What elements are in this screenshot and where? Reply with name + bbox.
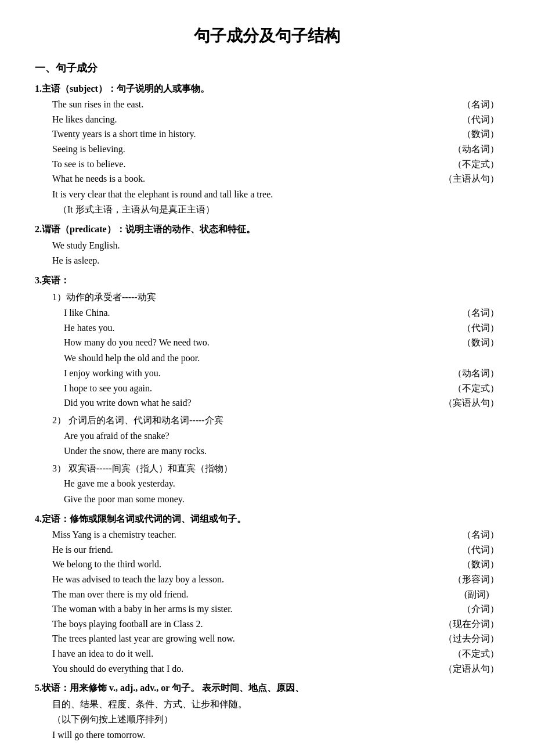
example-text: The sun rises in the east. [52,97,450,112]
example-line: The man over there is my old friend. (副词… [52,587,499,602]
example-note: （宾语从句） [432,395,499,411]
subitem1-heading: 1）动作的承受者-----动宾 [52,290,499,305]
example-note: （形容词） [441,572,499,587]
item2-heading: 2.谓语（predicate）：说明主语的动作、状态和特征。 [35,222,499,237]
section-one: 一、句子成分 1.主语（subject）：句子说明的人或事物。 The sun … [35,60,499,743]
example-text: He is our friend. [52,542,450,557]
example-text: He likes dancing. [52,112,450,127]
example-line: The sun rises in the east. （名词） [52,97,499,112]
item5-label2: 目的、结果、程度、条件、方式、让步和伴随。 [52,697,499,712]
subitem2-heading: 2） 介词后的名词、代词和动名词-----介宾 [52,413,499,428]
subitem3-examples: He gave me a book yesterday. Give the po… [64,476,499,506]
item5-label3: （以下例句按上述顺序排列） [52,712,499,727]
example-line: The woman with a baby in her arms is my … [52,602,499,617]
example-line: I have an idea to do it well. （不定式） [52,646,499,661]
example-text: He was advised to teach the lazy boy a l… [52,572,441,587]
example-text: The man over there is my old friend. [52,587,453,602]
example-long: It is very clear that the elephant is ro… [52,187,499,202]
item5-examples: I will go there tomorrow. [52,728,499,743]
example-text: I hope to see you again. [64,381,441,396]
example-text: I enjoy working with you. [64,366,441,381]
example-line: How many do you need? We need two. （数词） [64,335,499,350]
example-note: （现在分词） [432,617,499,632]
example-note: （过去分词） [432,631,499,646]
example-note: （数词） [450,335,499,350]
example-note: （主语从句） [432,171,499,186]
example-note: （名词） [450,305,499,321]
item3-heading: 3.宾语： [35,273,499,288]
example-text: Twenty years is a short time in history. [52,127,450,142]
example-line: He hates you. （代词） [64,321,499,336]
example-note: （数词） [450,557,499,572]
example-line: The trees planted last year are growing … [52,631,499,646]
example-text: Did you write down what he said? [64,395,432,411]
example-line: I enjoy working with you. （动名词） [64,366,499,381]
example-text: Give the poor man some money. [64,492,499,507]
example-text: The boys playing football are in Class 2… [52,617,432,632]
page-title: 句子成分及句子结构 [35,23,499,49]
example-note: （不定式） [441,381,499,396]
example-line: We belong to the third world. （数词） [52,557,499,572]
example-text: We study English. [52,238,499,253]
example-line: The boys playing football are in Class 2… [52,617,499,632]
example-text: How many do you need? We need two. [64,335,450,350]
example-note: （介词） [450,602,499,617]
example-text: I have an idea to do it well. [52,646,441,661]
example-text: I like China. [64,305,450,321]
example-note: （数词） [450,127,499,142]
example-note: （名词） [450,97,499,112]
example-line: To see is to believe. （不定式） [52,157,499,172]
item2-examples: We study English. He is asleep. [52,238,499,268]
example-text: Seeing is believing. [52,142,441,157]
example-line: I hope to see you again. （不定式） [64,381,499,396]
item1-examples: The sun rises in the east. （名词） He likes… [52,97,499,217]
example-text: To see is to believe. [52,157,441,172]
subitem3-heading: 3） 双宾语-----间宾（指人）和直宾（指物） [52,461,499,476]
item4-heading: 4.定语：修饰或限制名词或代词的词、词组或句子。 [35,512,499,527]
example-line: I like China. （名词） [64,305,499,321]
example-line: You should do everything that I do. （定语从… [52,661,499,676]
example-text: Under the snow, there are many rocks. [64,444,499,459]
example-note: (副词) [453,587,499,602]
example-line: He was advised to teach the lazy boy a l… [52,572,499,587]
example-text: Miss Yang is a chemistry teacher. [52,527,450,542]
example-note: （动名词） [441,142,499,157]
example-note: （名词） [450,527,499,542]
example-line: What he needs is a book. （主语从句） [52,171,499,186]
example-line: Seeing is believing. （动名词） [52,142,499,157]
example-line: He is our friend. （代词） [52,542,499,557]
example-line: He likes dancing. （代词） [52,112,499,127]
example-text: You should do everything that I do. [52,661,432,676]
example-note: （代词） [450,112,499,127]
example-note: （不定式） [441,157,499,172]
item5-heading: 5.状语：用来修饰 v., adj., adv., or 句子。 表示时间、地点… [35,681,499,696]
example-text: I will go there tomorrow. [52,728,499,743]
example-text: What he needs is a book. [52,171,432,186]
example-note-indent: （It 形式主语，主语从句是真正主语） [58,202,499,217]
item4-examples: Miss Yang is a chemistry teacher. （名词） H… [52,527,499,676]
example-text: He is asleep. [52,253,499,268]
example-note: （不定式） [441,646,499,661]
example-line: Miss Yang is a chemistry teacher. （名词） [52,527,499,542]
example-text: The trees planted last year are growing … [52,631,432,646]
example-text: The woman with a baby in her arms is my … [52,602,450,617]
example-text: Are you afraid of the snake? [64,429,499,444]
example-text: He hates you. [64,321,450,336]
example-note: （代词） [450,542,499,557]
example-note: （代词） [450,321,499,336]
section-one-heading: 一、句子成分 [35,60,499,77]
example-note: （动名词） [441,366,499,381]
subitem1-examples: I like China. （名词） He hates you. （代词） Ho… [64,305,499,411]
example-note: （定语从句） [432,661,499,676]
example-text: We should help the old and the poor. [64,351,499,366]
item1-heading: 1.主语（subject）：句子说明的人或事物。 [35,81,499,96]
example-text: He gave me a book yesterday. [64,476,499,491]
example-line: Twenty years is a short time in history.… [52,127,499,142]
example-line: Did you write down what he said? （宾语从句） [64,395,499,411]
subitem2-examples: Are you afraid of the snake? Under the s… [64,429,499,459]
example-text: We belong to the third world. [52,557,450,572]
